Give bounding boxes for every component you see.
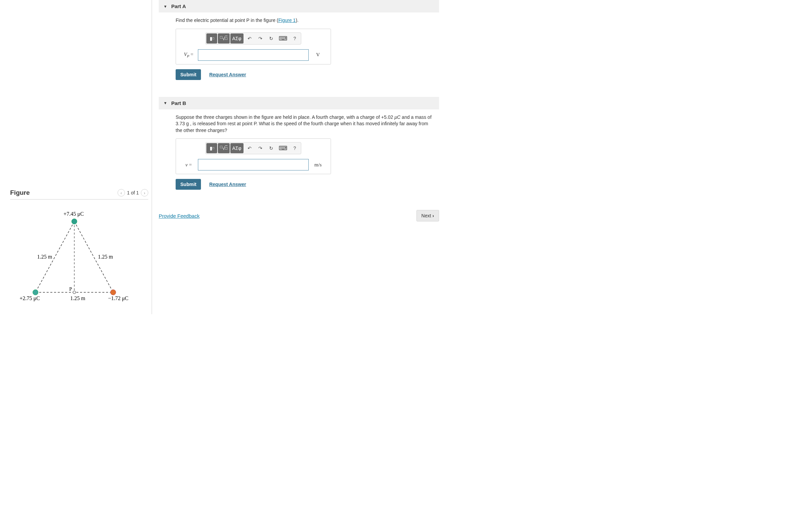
reset-icon[interactable]: ↻ bbox=[266, 143, 277, 153]
help-icon[interactable]: ? bbox=[290, 33, 300, 43]
part-a-answer-box: ▮□ □√□ ΑΣφ ↶ ↷ ↻ ⌨ ? VP = V bbox=[176, 29, 331, 64]
svg-point-5 bbox=[72, 219, 77, 224]
part-b-answer-box: ▮□ □√□ ΑΣφ ↶ ↷ ↻ ⌨ ? v = m/s bbox=[176, 138, 331, 174]
next-button[interactable]: Next› bbox=[417, 210, 439, 222]
svg-point-7 bbox=[110, 290, 116, 295]
part-b-answer-input[interactable] bbox=[198, 159, 309, 170]
keyboard-icon[interactable]: ⌨ bbox=[277, 33, 290, 43]
redo-icon[interactable]: ↷ bbox=[255, 33, 266, 43]
part-b-title: Part B bbox=[171, 100, 186, 106]
part-a-answer-input[interactable] bbox=[198, 49, 309, 61]
equation-toolbar-a: ▮□ □√□ ΑΣφ ↶ ↷ ↻ ⌨ ? bbox=[205, 33, 301, 44]
part-b-prompt: Suppose the three charges shown in the f… bbox=[176, 114, 432, 134]
part-b-body: Suppose the three charges shown in the f… bbox=[159, 114, 439, 197]
figure-diagram: +7.45 μC +2.75 μC −1.72 μC 1.25 m 1.25 m… bbox=[10, 206, 139, 307]
figure-count: 1 of 1 bbox=[127, 190, 139, 195]
part-a-submit-button[interactable]: Submit bbox=[176, 69, 201, 80]
figure-nav: ‹ 1 of 1 › bbox=[117, 189, 148, 196]
undo-icon[interactable]: ↶ bbox=[244, 33, 255, 43]
svg-text:P: P bbox=[69, 286, 72, 292]
part-b-request-answer-link[interactable]: Request Answer bbox=[209, 182, 246, 187]
figure-1-link[interactable]: Figure 1 bbox=[278, 18, 296, 23]
redo-icon[interactable]: ↷ bbox=[255, 143, 266, 153]
part-a-title: Part A bbox=[171, 3, 186, 9]
sqrt-icon[interactable]: □√□ bbox=[218, 143, 229, 153]
equation-toolbar-b: ▮□ □√□ ΑΣφ ↶ ↷ ↻ ⌨ ? bbox=[205, 142, 301, 154]
template-icon[interactable]: ▮□ bbox=[206, 33, 217, 43]
keyboard-icon[interactable]: ⌨ bbox=[277, 143, 290, 153]
reset-icon[interactable]: ↻ bbox=[266, 33, 277, 43]
part-a-prompt: Find the electric potential at point P i… bbox=[176, 17, 439, 24]
svg-text:1.25 m: 1.25 m bbox=[98, 254, 113, 260]
part-a-var-label: VP = bbox=[179, 52, 198, 58]
part-a-request-answer-link[interactable]: Request Answer bbox=[209, 72, 246, 77]
part-a-header[interactable]: ▼ Part A bbox=[159, 0, 439, 13]
greek-button[interactable]: ΑΣφ bbox=[231, 33, 243, 43]
svg-text:−1.72 μC: −1.72 μC bbox=[108, 296, 128, 301]
figure-prev-button[interactable]: ‹ bbox=[117, 189, 125, 196]
figure-next-button[interactable]: › bbox=[141, 189, 148, 196]
part-a-unit: V bbox=[309, 52, 327, 58]
part-b-unit: m/s bbox=[309, 162, 327, 168]
svg-text:+7.45 μC: +7.45 μC bbox=[63, 211, 84, 217]
part-b-var-label: v = bbox=[179, 162, 198, 168]
template-icon[interactable]: ▮□ bbox=[206, 143, 217, 153]
undo-icon[interactable]: ↶ bbox=[244, 143, 255, 153]
help-icon[interactable]: ? bbox=[290, 143, 300, 153]
svg-point-4 bbox=[73, 291, 76, 294]
provide-feedback-link[interactable]: Provide Feedback bbox=[159, 213, 200, 219]
part-a-body: Find the electric potential at point P i… bbox=[159, 17, 439, 87]
svg-text:1.25 m: 1.25 m bbox=[70, 296, 86, 301]
svg-text:+2.75 μC: +2.75 μC bbox=[20, 296, 40, 301]
greek-button[interactable]: ΑΣφ bbox=[231, 143, 243, 153]
chevron-right-icon: › bbox=[432, 213, 434, 218]
chevron-down-icon: ▼ bbox=[164, 101, 167, 105]
part-b-submit-button[interactable]: Submit bbox=[176, 179, 201, 190]
part-b-header[interactable]: ▼ Part B bbox=[159, 97, 439, 109]
figure-title: Figure bbox=[10, 189, 30, 196]
svg-point-6 bbox=[33, 290, 38, 295]
sqrt-icon[interactable]: □√□ bbox=[218, 33, 229, 43]
chevron-down-icon: ▼ bbox=[164, 4, 167, 8]
svg-text:1.25 m: 1.25 m bbox=[37, 254, 52, 260]
